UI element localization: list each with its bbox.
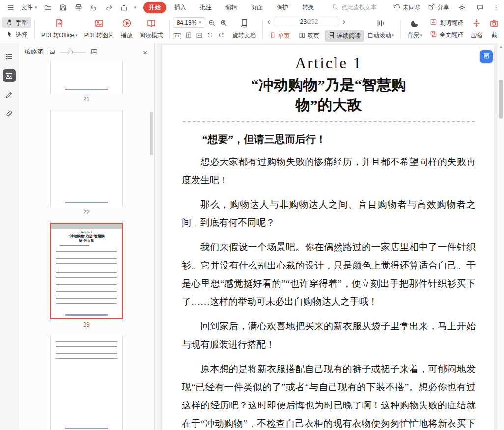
find-text-box[interactable] (332, 3, 387, 12)
outline-panel-button[interactable] (3, 50, 16, 63)
attachment-panel-button[interactable] (3, 108, 16, 120)
background-button[interactable]: 背景▾ (404, 17, 426, 41)
hand-tool-button[interactable]: 手型 (2, 17, 31, 28)
pdf-to-office-button[interactable]: PDF转Office▾ (38, 17, 81, 41)
auto-scroll-button[interactable]: 自动滚动▾ (364, 17, 398, 41)
file-menu-label: 文件 (21, 3, 33, 12)
play-label: 播放 (121, 31, 133, 40)
left-icon-strip (0, 43, 19, 430)
pdf-to-image-button[interactable]: PDF转图片 (81, 17, 117, 41)
word-translate-button[interactable]: 划词翻译 (426, 17, 467, 28)
chevron-down-icon[interactable]: ▾ (134, 5, 137, 10)
zoom-level-dropdown[interactable]: 84.13% ▾ (173, 17, 205, 28)
word-translate-label: 划词翻译 (440, 19, 463, 27)
thumbnail-panel-button[interactable] (3, 69, 16, 82)
mini-footer-line (65, 89, 108, 90)
tab-start[interactable]: 开始 (143, 2, 166, 13)
single-page-mode-button[interactable]: 单页 (266, 30, 293, 42)
thumbnail-image-selected[interactable]: Article 1 “冲动购物”乃是“智慧购 物”的大敌 (50, 223, 123, 319)
previous-page-button[interactable]: ‹ (266, 17, 272, 26)
thumbnail-size-slider[interactable] (60, 52, 86, 53)
screenshot-button[interactable]: 截 (486, 17, 503, 41)
select-tool-button[interactable]: 选择 (2, 29, 31, 40)
thumbnail-image[interactable] (50, 61, 123, 93)
fit-page-icon[interactable] (185, 32, 192, 41)
sync-status-button[interactable]: 未同步 (393, 3, 420, 12)
small-thumbnail-icon[interactable] (49, 48, 56, 56)
comment-icon[interactable] (475, 2, 485, 13)
thumbnail-page-23[interactable]: Article 1 “冲动购物”乃是“智慧购 物”的大敌 23 (50, 223, 123, 328)
rotate-left-icon[interactable] (207, 32, 214, 41)
toolbar: 手型 选择 PDF转Office▾ PDF转图片 (0, 15, 504, 43)
mini-text-lines (56, 249, 117, 256)
content-area: 缩略图 × 21 22 (0, 43, 504, 430)
zoom-out-button[interactable] (206, 17, 217, 28)
panel-scrollbar-thumb[interactable] (150, 112, 153, 155)
save-icon[interactable] (58, 2, 69, 13)
article-heading-line2: 物”的大敌 (182, 95, 476, 115)
full-translate-button[interactable]: 全文翻译 (426, 29, 467, 40)
close-panel-icon[interactable]: × (142, 48, 148, 56)
tab-insert[interactable]: 插入 (169, 2, 192, 13)
fit-width-icon[interactable] (196, 32, 203, 41)
continuous-mode-button[interactable]: 连续阅读 (325, 30, 364, 42)
floating-quick-tool-button[interactable] (480, 50, 493, 63)
compress-button[interactable]: 压缩 (467, 17, 486, 41)
main-menu-icon[interactable] (5, 2, 16, 13)
continuous-pages-icon (328, 32, 335, 40)
read-mode-button[interactable]: 阅读模式 (136, 17, 167, 41)
tab-convert[interactable]: 转换 (297, 2, 319, 13)
search-input[interactable] (341, 4, 387, 11)
thumbnail-image[interactable] (50, 110, 123, 206)
article-heading-line1: “冲动购物”乃是“智慧购 (182, 75, 476, 95)
tab-protect[interactable]: 保护 (271, 2, 294, 13)
thumbnail-panel: 缩略图 × 21 22 (19, 43, 155, 430)
document-viewer[interactable]: Article 1 “冲动购物”乃是“智慧购 物”的大敌 “想要”，但请三思而后… (155, 43, 497, 430)
thumbnail-panel-title: 缩略图 (25, 48, 44, 56)
rotate-document-button[interactable]: 旋转文档 (229, 17, 259, 41)
thumbnail-image[interactable] (50, 336, 123, 430)
thumbnail-panel-header: 缩略图 × (19, 43, 154, 61)
redo-icon[interactable] (104, 2, 114, 13)
annotation-panel-button[interactable] (3, 88, 16, 101)
mini-text-lines (56, 341, 117, 361)
print-icon[interactable] (73, 2, 84, 13)
word-translate-icon (430, 18, 437, 27)
more-options-icon[interactable]: ⋮ (493, 4, 499, 11)
vertical-scrollbar[interactable]: ▲ (497, 43, 504, 430)
mini-text-lines (56, 291, 117, 305)
next-page-button[interactable]: › (341, 17, 347, 26)
page-number-box[interactable]: /252 (275, 16, 338, 27)
open-folder-icon[interactable] (43, 2, 54, 13)
double-page-mode-button[interactable]: 双页 (295, 30, 323, 42)
screenshot-label: 截 (491, 31, 497, 40)
divider (34, 19, 35, 39)
page-total-label: /252 (307, 18, 318, 25)
rotate-right-icon[interactable] (218, 32, 224, 41)
tab-annotate[interactable]: 批注 (195, 2, 217, 13)
paragraph: 原本想的是将新衣服搭配自己现有的裤子或裙子来着，可郁闷地发现“已经有一件类似的了… (182, 360, 476, 430)
export-icon[interactable] (119, 2, 130, 13)
gear-icon[interactable] (456, 2, 467, 13)
divider (262, 19, 263, 39)
zoom-in-button[interactable] (218, 17, 229, 28)
tab-edit[interactable]: 编辑 (220, 2, 243, 13)
thumbnail-page-22[interactable]: 22 (50, 110, 123, 215)
undo-icon[interactable] (88, 2, 99, 13)
large-thumbnail-icon[interactable] (91, 48, 98, 56)
page-number-input[interactable] (295, 18, 307, 25)
thumbnail-page-label: 22 (50, 209, 123, 215)
thumbnail-page-24[interactable]: 24 (50, 336, 123, 430)
file-menu[interactable]: 文件 ▾ (20, 2, 38, 13)
full-translate-icon (430, 30, 437, 39)
tab-page[interactable]: 页面 (246, 2, 268, 13)
scroll-up-icon[interactable]: ▲ (499, 45, 503, 48)
scrollbar-thumb[interactable] (499, 80, 503, 119)
play-button[interactable]: 播放 (117, 17, 136, 41)
thumbnail-list: 21 22 Article 1 “冲动购物”乃是“智慧购 物”的大敌 (19, 61, 154, 430)
actual-size-button[interactable]: 1:1 (173, 33, 181, 39)
share-button[interactable]: 分享 (428, 3, 449, 12)
single-page-label: 单页 (278, 32, 290, 40)
slider-knob[interactable] (68, 50, 73, 54)
thumbnail-page-21[interactable]: 21 (50, 61, 123, 103)
